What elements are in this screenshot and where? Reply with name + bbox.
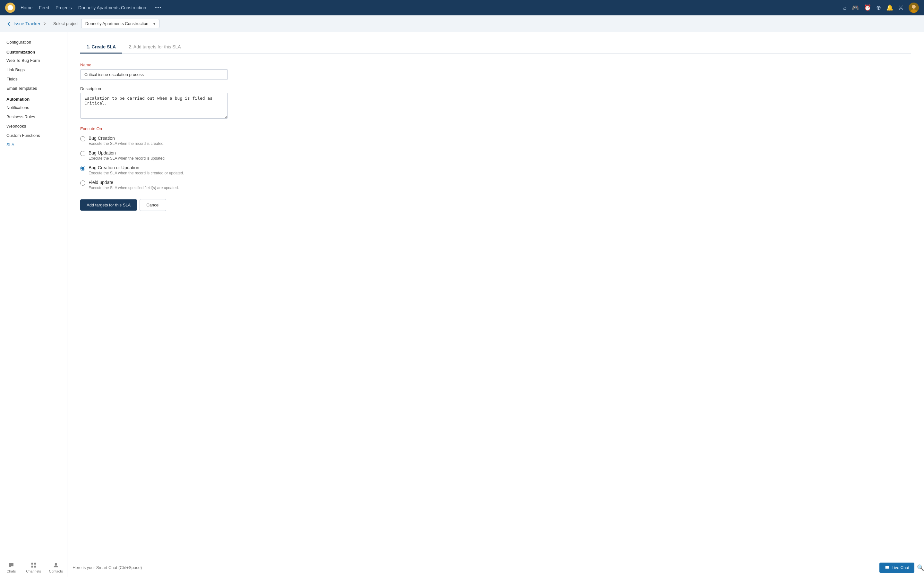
svg-point-0 (8, 5, 13, 11)
radio-bug-updation: Bug Updation Execute the SLA when the re… (80, 150, 911, 161)
radio-bug-updation-desc: Execute the SLA when the record is updat… (89, 156, 166, 161)
radio-bug-updation-label: Bug Updation (89, 150, 166, 155)
back-label: Issue Tracker (13, 21, 40, 26)
radio-bug-creation-desc: Execute the SLA when the record is creat… (89, 141, 165, 146)
sidebar-config: Configuration (0, 37, 67, 46)
radio-field-update-input[interactable] (80, 181, 86, 185)
user-avatar[interactable] (909, 3, 919, 13)
radio-bug-creation-input[interactable] (80, 136, 86, 141)
svg-rect-7 (34, 566, 36, 568)
content-area: 1. Create SLA 2. Add targets for this SL… (67, 32, 924, 558)
radio-group: Bug Creation Execute the SLA when the re… (80, 135, 911, 190)
bottom-tab-contacts-label: Contacts (49, 569, 63, 573)
svg-rect-6 (31, 566, 33, 568)
logo[interactable] (5, 3, 15, 13)
chat-bubble-icon (8, 562, 15, 568)
top-nav-right: ⌕ 🎮 ⏰ ⊕ 🔔 ⚔ (843, 3, 919, 13)
nav-feed[interactable]: Feed (39, 5, 49, 10)
back-button[interactable]: Issue Tracker (6, 21, 47, 26)
radio-creation-updation-label: Bug Creation or Updation (89, 165, 184, 170)
sidebar-item-link-bugs[interactable]: Link Bugs (0, 65, 67, 74)
sidebar-item-webhooks[interactable]: Webhooks (0, 121, 67, 131)
execute-on-label: Execute On (80, 126, 911, 131)
radio-creation-updation-desc: Execute the SLA when the record is creat… (89, 171, 184, 175)
nav-more-dots[interactable]: ••• (155, 5, 162, 10)
name-label: Name (80, 63, 228, 67)
sidebar-customization-group: Customization (0, 46, 67, 56)
nav-project-name[interactable]: Donnelly Apartments Construction (78, 5, 146, 10)
nav-links: Home Feed Projects Donnelly Apartments C… (21, 5, 843, 10)
bottom-tab-chats[interactable]: Chats (0, 558, 23, 577)
bottom-tab-contacts[interactable]: Contacts (45, 558, 67, 577)
radio-field-update: Field update Execute the SLA when specif… (80, 180, 911, 190)
game-icon[interactable]: 🎮 (852, 4, 859, 11)
smart-chat-bar (67, 565, 879, 570)
bottom-tab-channels-label: Channels (26, 569, 41, 573)
bottom-search-icon[interactable]: 🔍 (917, 564, 924, 571)
description-label: Description (80, 86, 228, 91)
top-nav: Home Feed Projects Donnelly Apartments C… (0, 0, 924, 15)
description-field-group: Description Escalation to be carried out… (80, 86, 228, 120)
execute-on-section: Execute On Bug Creation Execute the SLA … (80, 126, 911, 190)
select-project-label: Select project (53, 21, 79, 26)
sidebar-item-notifications[interactable]: Notifications (0, 103, 67, 112)
bottom-bar: Chats Channels Contacts Live Chat 🔍 (0, 558, 924, 577)
add-targets-button[interactable]: Add targets for this SLA (80, 199, 137, 211)
nav-projects[interactable]: Projects (55, 5, 72, 10)
search-icon[interactable]: ⌕ (843, 5, 846, 11)
svg-point-2 (912, 5, 916, 9)
tab-add-targets[interactable]: 2. Add targets for this SLA (122, 41, 187, 53)
svg-rect-5 (34, 563, 36, 565)
sidebar-item-business-rules[interactable]: Business Rules (0, 112, 67, 121)
sidebar-item-web-to-bug[interactable]: Web To Bug Form (0, 56, 67, 65)
radio-creation-updation-input[interactable] (80, 166, 86, 171)
radio-bug-creation: Bug Creation Execute the SLA when the re… (80, 135, 911, 146)
smart-chat-input[interactable] (73, 565, 874, 570)
name-input[interactable] (80, 69, 228, 80)
radio-bug-updation-input[interactable] (80, 151, 86, 156)
bell-icon[interactable]: 🔔 (886, 4, 893, 11)
tabs: 1. Create SLA 2. Add targets for this SL… (80, 41, 911, 53)
sidebar: Configuration Customization Web To Bug F… (0, 32, 67, 558)
radio-field-update-desc: Execute the SLA when specified field(s) … (89, 185, 179, 190)
second-bar: Issue Tracker Select project Donnelly Ap… (0, 15, 924, 32)
sidebar-item-custom-functions[interactable]: Custom Functions (0, 131, 67, 140)
sidebar-item-sla[interactable]: SLA (0, 140, 67, 149)
sidebar-item-email-templates[interactable]: Email Templates (0, 84, 67, 93)
main-layout: Configuration Customization Web To Bug F… (0, 32, 924, 558)
svg-point-8 (55, 563, 57, 565)
project-select[interactable]: Donnelly Apartments Construction (81, 19, 160, 28)
button-row: Add targets for this SLA Cancel (80, 199, 911, 211)
clock-icon[interactable]: ⏰ (864, 4, 871, 11)
live-chat-label: Live Chat (892, 565, 909, 570)
project-select-wrap: Donnelly Apartments Construction ▼ (81, 19, 160, 28)
wrench-icon[interactable]: ⚔ (898, 4, 903, 11)
plus-icon[interactable]: ⊕ (876, 4, 881, 11)
sidebar-item-fields[interactable]: Fields (0, 74, 67, 84)
name-field-group: Name (80, 63, 228, 80)
cancel-button[interactable]: Cancel (140, 199, 166, 211)
radio-bug-creation-or-updation: Bug Creation or Updation Execute the SLA… (80, 165, 911, 175)
radio-bug-creation-label: Bug Creation (89, 135, 165, 141)
contacts-icon (53, 562, 59, 568)
description-input[interactable]: Escalation to be carried out when a bug … (80, 93, 228, 119)
live-chat-button[interactable]: Live Chat (879, 562, 914, 573)
bottom-tabs: Chats Channels Contacts (0, 558, 67, 577)
sidebar-automation-group: Automation (0, 93, 67, 103)
tab-create-sla[interactable]: 1. Create SLA (80, 41, 122, 53)
bottom-tab-chats-label: Chats (6, 569, 16, 573)
bottom-tab-channels[interactable]: Channels (23, 558, 45, 577)
channels-icon (31, 562, 37, 568)
live-chat-icon (885, 565, 890, 570)
nav-home[interactable]: Home (21, 5, 32, 10)
radio-field-update-label: Field update (89, 180, 179, 185)
svg-rect-4 (31, 563, 33, 565)
